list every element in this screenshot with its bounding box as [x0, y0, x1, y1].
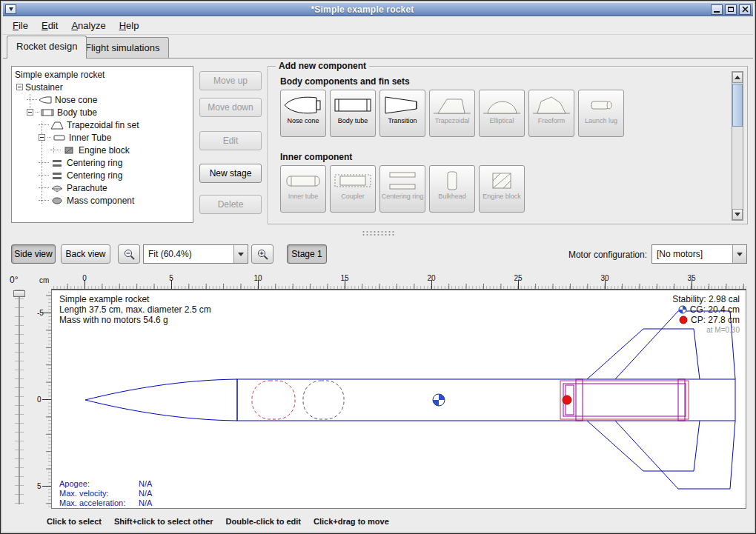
scroll-down-button[interactable]	[732, 209, 743, 220]
add-freeform-fin-button[interactable]: Freeform	[528, 90, 574, 137]
motor-mount-outline[interactable]	[560, 379, 689, 421]
close-icon	[742, 6, 749, 13]
maximize-button[interactable]	[725, 4, 737, 15]
parachute-outline[interactable]	[252, 381, 295, 419]
close-button[interactable]	[739, 4, 751, 15]
menu-edit[interactable]: Edit	[35, 17, 64, 34]
tree-item-sustainer[interactable]: Sustainer	[12, 81, 193, 93]
nose-cone-shape-icon	[283, 93, 323, 117]
mass-component-icon	[50, 196, 64, 205]
add-trapezoidal-fin-button[interactable]: Trapezoidal	[429, 90, 475, 137]
edit-button[interactable]: Edit	[199, 131, 262, 150]
back-view-button[interactable]: Back view	[61, 244, 110, 264]
trapezoidal-fin-shape-icon	[432, 93, 472, 117]
motor-configuration-label: Motor configuration:	[568, 250, 647, 260]
mass-component-outline[interactable]	[303, 381, 344, 419]
add-engine-block-button[interactable]: Engine block	[479, 165, 525, 213]
rocket-name-text: Simple example rocket	[59, 294, 211, 304]
component-button-label: Bulkhead	[431, 193, 474, 200]
zoom-in-button[interactable]	[251, 244, 273, 264]
add-bulkhead-button[interactable]: Bulkhead	[429, 165, 475, 213]
move-down-button[interactable]: Move down	[199, 98, 262, 117]
launch-lug-shape-icon	[581, 93, 621, 117]
add-centering-ring-button[interactable]: Centering ring	[379, 165, 425, 213]
tree-item-rocket[interactable]: Simple example rocket	[12, 68, 193, 81]
component-button-label: Elliptical	[480, 117, 523, 124]
tree-item-centering-ring-1[interactable]: Centering ring	[12, 156, 193, 169]
component-panel-scrollbar[interactable]	[732, 71, 743, 221]
zoom-level-combo[interactable]: Fit (60.4%)	[143, 244, 248, 264]
h-ruler-label: 35	[687, 274, 695, 282]
max-acceleration-value: N/A	[139, 498, 152, 508]
split-divider-grip[interactable]	[362, 230, 396, 236]
add-elliptical-fin-button[interactable]: Elliptical	[479, 90, 525, 137]
rocket-canvas[interactable]: Simple example rocket Length 37.5 cm, ma…	[51, 290, 746, 509]
rotation-angle-label: 0°	[10, 275, 18, 285]
motor-configuration-combo[interactable]: [No motors]	[651, 244, 747, 264]
tree-item-label: Simple example rocket	[15, 70, 105, 80]
chevron-down-icon	[238, 253, 244, 256]
menu-analyze[interactable]: Analyze	[64, 17, 112, 34]
body-components-section-label: Body components and fin sets	[280, 76, 410, 87]
scrollbar-thumb[interactable]	[732, 84, 743, 127]
zoom-out-button[interactable]	[118, 244, 140, 264]
titlebar[interactable]: *Simple example rocket	[3, 3, 753, 16]
combo-arrow-button[interactable]	[732, 245, 746, 263]
menu-help[interactable]: Help	[113, 17, 146, 34]
inner-components-row: Inner tube Coupler Centering ring Bulkhe…	[280, 165, 525, 213]
h-ruler-label: 25	[514, 274, 522, 282]
stage-1-toggle-button[interactable]: Stage 1	[287, 244, 327, 264]
fin-lower-rear-outline[interactable]	[587, 421, 700, 471]
delete-button[interactable]: Delete	[199, 195, 262, 214]
body-tube-outline[interactable]	[237, 379, 735, 421]
add-transition-button[interactable]: Transition	[379, 90, 425, 137]
add-inner-tube-button[interactable]: Inner tube	[280, 165, 326, 213]
minimize-button[interactable]	[711, 4, 723, 15]
fin-upper-rear-outline[interactable]	[587, 329, 700, 379]
new-stage-button[interactable]: New stage	[199, 164, 262, 183]
tree-item-engine-block[interactable]: Engine block	[12, 144, 193, 156]
nose-cone-outline[interactable]	[85, 379, 237, 421]
tree-item-parachute[interactable]: Parachute	[12, 181, 193, 194]
tree-connector	[50, 150, 61, 150]
window-menu-icon[interactable]	[5, 4, 16, 14]
parachute-icon	[50, 184, 64, 193]
side-view-button[interactable]: Side view	[11, 244, 56, 264]
collapse-toggle-icon[interactable]	[39, 134, 45, 141]
rocket-mass-text: Mass with no motors 54.6 g	[59, 315, 211, 325]
add-launch-lug-button[interactable]: Launch lug	[578, 90, 624, 137]
fin-lower-front-outline[interactable]	[615, 421, 735, 489]
coupler-shape-icon	[333, 169, 373, 193]
tree-item-label: Body tube	[57, 107, 97, 118]
component-button-label: Freeform	[530, 117, 573, 124]
add-coupler-button[interactable]: Coupler	[330, 165, 376, 213]
minimize-icon	[714, 11, 720, 13]
menu-analyze-label: nalyze	[78, 20, 106, 31]
add-body-tube-button[interactable]: Body tube	[330, 90, 376, 137]
tree-connector	[36, 112, 39, 113]
component-tree[interactable]: Simple example rocket Sustainer Nose con…	[11, 66, 193, 223]
rotation-slider-track[interactable]	[19, 290, 20, 504]
collapse-toggle-icon[interactable]	[16, 84, 23, 90]
tab-flight-simulations[interactable]: Flight simulations	[76, 37, 169, 58]
tree-item-mass-component[interactable]: Mass component	[12, 194, 193, 207]
tree-item-inner-tube[interactable]: Inner Tube	[12, 131, 193, 144]
add-nose-cone-button[interactable]: Nose cone	[280, 90, 326, 137]
collapse-toggle-icon[interactable]	[27, 109, 33, 116]
component-button-label: Coupler	[331, 193, 374, 200]
tree-item-centering-ring-2[interactable]: Centering ring	[12, 169, 193, 181]
tree-item-body-tube[interactable]: Body tube	[12, 106, 193, 119]
combo-arrow-button[interactable]	[233, 245, 248, 263]
h-ruler-label: 20	[427, 274, 435, 282]
tab-rocket-design[interactable]: Rocket design	[7, 36, 87, 59]
scroll-up-button[interactable]	[732, 72, 743, 83]
app-window: *Simple example rocket File Edit Analyze…	[0, 0, 756, 534]
move-up-button[interactable]: Move up	[199, 71, 262, 90]
inner-tube-shape-icon	[283, 169, 323, 193]
menu-file[interactable]: File	[6, 17, 35, 34]
tree-item-fin-set[interactable]: Trapezoidal fin set	[12, 119, 193, 131]
horizontal-ruler: 0 5 10 15 20 25 30 35	[51, 273, 746, 290]
rotation-slider-handle[interactable]	[13, 290, 25, 297]
tree-connector	[27, 99, 37, 100]
tree-item-nose-cone[interactable]: Nose cone	[12, 93, 193, 106]
